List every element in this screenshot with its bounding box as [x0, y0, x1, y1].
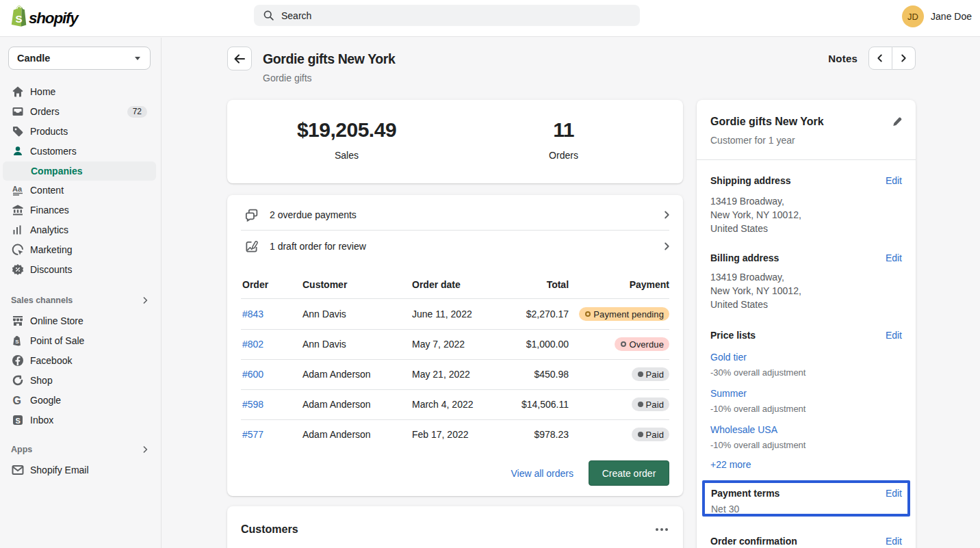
- svg-text:Aa: Aa: [12, 185, 23, 193]
- svg-text:S: S: [16, 416, 21, 424]
- svg-text:S: S: [16, 13, 23, 25]
- svg-text:shopify: shopify: [29, 10, 79, 27]
- svg-text:S: S: [15, 338, 19, 344]
- svg-text:G: G: [13, 394, 21, 406]
